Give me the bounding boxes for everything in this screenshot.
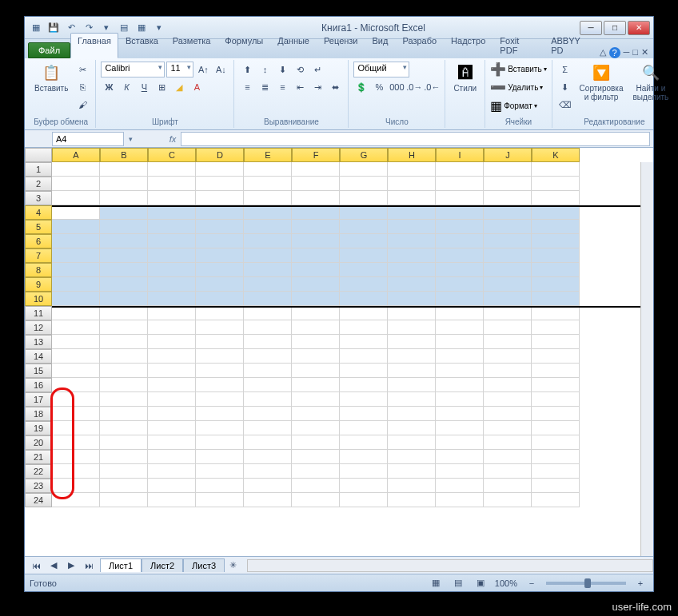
- cell-I22[interactable]: [436, 464, 484, 479]
- cell-I12[interactable]: [436, 320, 484, 335]
- cell-E11[interactable]: [244, 306, 292, 320]
- cell-E15[interactable]: [244, 364, 292, 378]
- cell-J8[interactable]: [484, 263, 532, 277]
- zoom-out-icon[interactable]: −: [524, 575, 540, 591]
- cell-F6[interactable]: [292, 234, 340, 248]
- cell-G14[interactable]: [340, 349, 388, 364]
- cell-I3[interactable]: [436, 191, 484, 205]
- cell-A11[interactable]: [52, 306, 100, 320]
- cell-D9[interactable]: [196, 277, 244, 292]
- cell-G22[interactable]: [340, 464, 388, 479]
- cell-E23[interactable]: [244, 479, 292, 493]
- view-layout-icon[interactable]: ▤: [450, 575, 466, 591]
- cell-C23[interactable]: [148, 479, 196, 493]
- cell-J7[interactable]: [484, 248, 532, 263]
- tab-главная[interactable]: Главная: [70, 33, 118, 58]
- tab-разрабо[interactable]: Разрабо: [395, 33, 444, 58]
- column-header-G[interactable]: G: [340, 148, 388, 162]
- cell-C18[interactable]: [148, 407, 196, 421]
- bold-button[interactable]: Ж: [101, 79, 117, 95]
- cell-A9[interactable]: [52, 277, 100, 292]
- row-header-16[interactable]: 16: [25, 378, 52, 392]
- cell-B5[interactable]: [100, 220, 148, 234]
- cell-B17[interactable]: [100, 392, 148, 407]
- cell-B22[interactable]: [100, 464, 148, 479]
- increase-decimal-icon[interactable]: .0→: [406, 79, 422, 95]
- cell-I20[interactable]: [436, 435, 484, 450]
- cell-E7[interactable]: [244, 248, 292, 263]
- cell-K5[interactable]: [532, 220, 580, 234]
- cell-H17[interactable]: [388, 392, 436, 407]
- cell-J24[interactable]: [484, 493, 532, 507]
- insert-cells-button[interactable]: Вставить: [508, 65, 541, 74]
- increase-indent-icon[interactable]: ⇥: [309, 79, 325, 95]
- help-icon[interactable]: ?: [609, 47, 620, 58]
- file-tab[interactable]: Файл: [28, 42, 70, 58]
- find-select-button[interactable]: 🔍 Найти и выделить: [629, 62, 672, 103]
- cell-I15[interactable]: [436, 364, 484, 378]
- format-painter-icon[interactable]: 🖌: [74, 97, 90, 113]
- cell-F5[interactable]: [292, 220, 340, 234]
- column-header-K[interactable]: K: [532, 148, 580, 162]
- cell-D15[interactable]: [196, 364, 244, 378]
- cell-I4[interactable]: [436, 205, 484, 220]
- cell-C19[interactable]: [148, 421, 196, 435]
- cell-H6[interactable]: [388, 234, 436, 248]
- cell-J1[interactable]: [484, 162, 532, 177]
- cell-B2[interactable]: [100, 177, 148, 191]
- cell-J9[interactable]: [484, 277, 532, 292]
- cell-I23[interactable]: [436, 479, 484, 493]
- cell-G6[interactable]: [340, 234, 388, 248]
- cell-H24[interactable]: [388, 493, 436, 507]
- cell-B14[interactable]: [100, 349, 148, 364]
- row-header-23[interactable]: 23: [25, 479, 52, 493]
- cell-J22[interactable]: [484, 464, 532, 479]
- cell-K9[interactable]: [532, 277, 580, 292]
- cell-G18[interactable]: [340, 407, 388, 421]
- cell-I19[interactable]: [436, 421, 484, 435]
- cell-D17[interactable]: [196, 392, 244, 407]
- cell-H16[interactable]: [388, 378, 436, 392]
- cell-C20[interactable]: [148, 435, 196, 450]
- cell-H8[interactable]: [388, 263, 436, 277]
- cell-F13[interactable]: [292, 335, 340, 349]
- cell-H20[interactable]: [388, 435, 436, 450]
- row-header-7[interactable]: 7: [25, 248, 52, 263]
- cell-F19[interactable]: [292, 421, 340, 435]
- cell-K21[interactable]: [532, 450, 580, 464]
- row-header-13[interactable]: 13: [25, 335, 52, 349]
- cell-G23[interactable]: [340, 479, 388, 493]
- cell-H5[interactable]: [388, 220, 436, 234]
- cell-J10[interactable]: [484, 292, 532, 306]
- cell-H10[interactable]: [388, 292, 436, 306]
- cell-B4[interactable]: [100, 205, 148, 220]
- cell-A4[interactable]: [52, 205, 100, 220]
- cell-D18[interactable]: [196, 407, 244, 421]
- close-button[interactable]: ✕: [628, 21, 650, 35]
- cell-B15[interactable]: [100, 364, 148, 378]
- cell-K6[interactable]: [532, 234, 580, 248]
- cell-I2[interactable]: [436, 177, 484, 191]
- maximize-button[interactable]: □: [604, 21, 626, 35]
- cell-G20[interactable]: [340, 435, 388, 450]
- row-header-19[interactable]: 19: [25, 421, 52, 435]
- column-header-D[interactable]: D: [196, 148, 244, 162]
- cell-F15[interactable]: [292, 364, 340, 378]
- cell-C2[interactable]: [148, 177, 196, 191]
- cell-E6[interactable]: [244, 234, 292, 248]
- cell-A7[interactable]: [52, 248, 100, 263]
- sheet-nav-prev-icon[interactable]: ◀: [46, 558, 62, 574]
- cell-D16[interactable]: [196, 378, 244, 392]
- cell-F17[interactable]: [292, 392, 340, 407]
- cell-D5[interactable]: [196, 220, 244, 234]
- cell-K7[interactable]: [532, 248, 580, 263]
- tab-abbyy pd[interactable]: ABBYY PD: [544, 33, 599, 58]
- sheet-nav-first-icon[interactable]: ⏮: [28, 558, 44, 574]
- row-header-21[interactable]: 21: [25, 450, 52, 464]
- cell-H18[interactable]: [388, 407, 436, 421]
- align-middle-icon[interactable]: ↕: [257, 62, 273, 77]
- row-header-15[interactable]: 15: [25, 364, 52, 378]
- cell-E2[interactable]: [244, 177, 292, 191]
- comma-icon[interactable]: 000: [389, 79, 405, 95]
- cell-D24[interactable]: [196, 493, 244, 507]
